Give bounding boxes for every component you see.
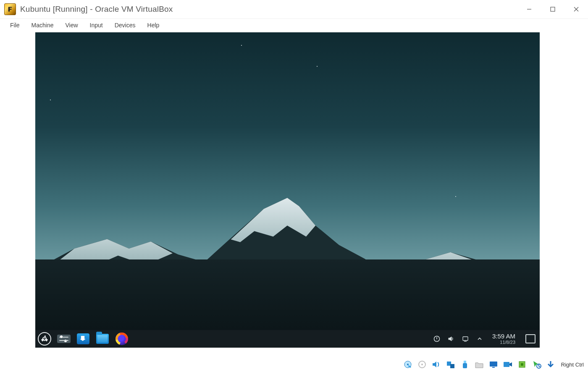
vb-status-bar: Right Ctrl — [0, 357, 588, 372]
guest-screen[interactable]: 3:59 AM 11/8/23 — [35, 32, 540, 348]
maximize-button[interactable] — [541, 0, 564, 18]
svg-rect-1 — [551, 7, 555, 11]
clock-date: 11/8/23 — [492, 340, 515, 345]
svg-rect-20 — [521, 363, 523, 366]
discover-launcher[interactable] — [76, 332, 90, 346]
star-icon — [317, 66, 318, 67]
svg-rect-5 — [463, 337, 468, 341]
svg-rect-15 — [463, 363, 467, 368]
firefox-launcher[interactable] — [115, 332, 129, 346]
show-desktop-button[interactable] — [524, 332, 537, 346]
svg-rect-17 — [492, 367, 495, 368]
kubuntu-logo-icon — [38, 332, 51, 346]
virtualbox-logo-icon — [4, 3, 16, 15]
host-menubar: File Machine View Input Devices Help — [0, 18, 588, 32]
cpu-indicator-icon[interactable] — [516, 359, 528, 370]
shared-folder-indicator-icon[interactable] — [473, 359, 486, 370]
star-icon — [50, 100, 51, 100]
menu-view[interactable]: View — [59, 22, 84, 29]
menu-file[interactable]: File — [4, 22, 26, 29]
volume-tray-icon[interactable] — [447, 335, 455, 343]
taskbar-clock[interactable]: 3:59 AM 11/8/23 — [490, 333, 518, 345]
optical-drive-indicator-icon[interactable] — [416, 359, 428, 370]
recording-indicator-icon[interactable] — [501, 359, 514, 370]
display-indicator-icon[interactable] — [487, 359, 500, 370]
application-launcher-button[interactable] — [38, 332, 51, 346]
host-key-label: Right Ctrl — [561, 362, 584, 368]
updates-tray-icon[interactable] — [433, 335, 441, 343]
system-settings-launcher[interactable] — [57, 332, 71, 346]
network-tray-icon[interactable] — [461, 335, 470, 343]
file-manager-launcher[interactable] — [96, 332, 109, 346]
audio-indicator-icon[interactable] — [430, 359, 443, 370]
svg-rect-14 — [464, 361, 466, 363]
host-titlebar: Kubuntu [Running] - Oracle VM VirtualBox — [0, 0, 588, 18]
star-icon — [241, 45, 242, 46]
kde-taskbar: 3:59 AM 11/8/23 — [35, 330, 540, 348]
desktop-rect-icon — [525, 334, 536, 343]
svg-rect-13 — [450, 364, 454, 368]
vm-display-wrapper: 3:59 AM 11/8/23 — [0, 31, 588, 350]
menu-devices[interactable]: Devices — [109, 22, 142, 29]
svg-rect-16 — [490, 362, 497, 367]
menu-help[interactable]: Help — [142, 22, 165, 29]
close-button[interactable] — [564, 0, 588, 18]
mouse-integration-icon[interactable] — [530, 359, 543, 370]
svg-point-8 — [407, 364, 409, 365]
store-icon — [77, 333, 89, 344]
sliders-icon — [57, 335, 71, 343]
svg-rect-18 — [504, 362, 509, 367]
menu-input[interactable]: Input — [84, 22, 109, 29]
firefox-icon — [116, 333, 128, 345]
window-title: Kubuntu [Running] - Oracle VM VirtualBox — [20, 5, 173, 14]
star-icon — [455, 196, 456, 197]
svg-point-11 — [421, 364, 423, 365]
folder-icon — [96, 334, 109, 344]
window-controls — [517, 0, 588, 18]
minimize-button[interactable] — [517, 0, 541, 18]
network-indicator-icon[interactable] — [444, 359, 457, 370]
show-hidden-tray-button[interactable] — [475, 335, 484, 343]
clock-time: 3:59 AM — [492, 333, 515, 339]
hard-disk-indicator-icon[interactable] — [402, 359, 414, 370]
menu-machine[interactable]: Machine — [26, 22, 60, 29]
keyboard-captured-icon[interactable] — [544, 359, 557, 370]
usb-indicator-icon[interactable] — [459, 359, 471, 370]
